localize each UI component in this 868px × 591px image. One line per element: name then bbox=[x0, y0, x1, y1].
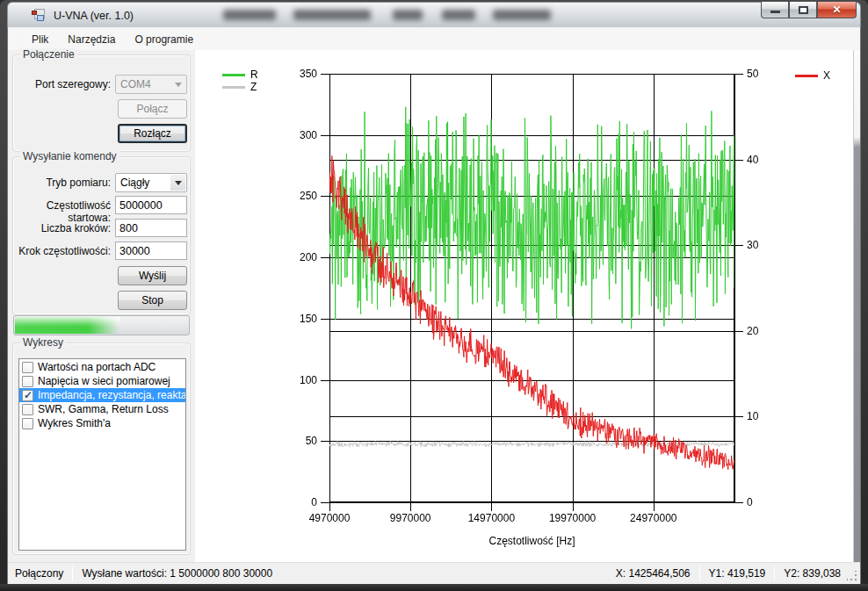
status-separator bbox=[774, 566, 775, 581]
menu-item-o-programie[interactable]: O programie bbox=[125, 30, 203, 49]
background-window-artifact bbox=[293, 10, 371, 20]
menu-item-narz-dzia[interactable]: Narzędzia bbox=[58, 30, 125, 49]
window-controls: ✕ bbox=[761, 2, 857, 18]
chart-area: RZ X Częstotliwość [Hz] 0501001502002503… bbox=[195, 50, 853, 562]
x-axis-title: Częstotliwość [Hz] bbox=[329, 535, 734, 547]
steps-count-input[interactable] bbox=[115, 219, 187, 237]
list-item[interactable]: ✓Impedancja, rezystancja, reaktancja bbox=[19, 388, 185, 402]
window-title: U-VNA (ver. 1.0) bbox=[54, 10, 134, 22]
close-button[interactable]: ✕ bbox=[817, 2, 857, 18]
status-bar: Połączony Wysłane wartości: 1 5000000 80… bbox=[8, 562, 860, 584]
background-window-artifact bbox=[493, 10, 551, 20]
legend-entry: X bbox=[795, 69, 830, 82]
background-window-artifact bbox=[442, 10, 475, 20]
connection-group-label: Połączenie bbox=[20, 48, 77, 61]
connection-group: Połączenie Port szeregowy: COM4 Połącz R… bbox=[12, 54, 191, 152]
tick-label: 250 bbox=[195, 190, 317, 202]
status-cursor-y1: Y1: 419,519 bbox=[705, 567, 770, 580]
list-item[interactable]: Napięcia w sieci pomiarowej bbox=[19, 374, 185, 388]
tick-label: 350 bbox=[195, 68, 317, 80]
chart-legend-right: X bbox=[795, 69, 830, 82]
tick-label: 30 bbox=[747, 239, 758, 251]
chevron-down-icon bbox=[170, 76, 185, 92]
menu-bar: PlikNarzędziaO programie bbox=[8, 28, 860, 50]
app-icon bbox=[32, 9, 46, 22]
measure-mode-label: Tryb pomiaru: bbox=[13, 177, 111, 190]
tick-label: 0 bbox=[195, 496, 317, 508]
app-window: U-VNA (ver. 1.0) ✕ PlikNarzędziaO progra… bbox=[0, 0, 868, 591]
tick-label: 9970000 bbox=[375, 512, 445, 524]
progress-fill bbox=[15, 317, 119, 334]
tick-label: 24970000 bbox=[618, 512, 689, 524]
chevron-down-icon bbox=[170, 175, 185, 191]
charts-group: Wykresy Wartości na portach ADCNapięcia … bbox=[12, 342, 191, 555]
status-cursor-x: X: 1425464,506 bbox=[612, 567, 694, 580]
window-frame-bottom bbox=[0, 584, 868, 591]
checkbox-icon[interactable] bbox=[22, 362, 33, 373]
list-item-label: Impedancja, rezystancja, reaktancja bbox=[38, 389, 186, 401]
tick-label: 20 bbox=[747, 325, 758, 337]
minimize-icon bbox=[770, 11, 780, 13]
chart-canvas[interactable] bbox=[195, 50, 853, 562]
tick-label: 10 bbox=[747, 410, 758, 422]
tick-label: 50 bbox=[195, 435, 317, 447]
charts-group-label: Wykresy bbox=[20, 336, 66, 349]
legend-swatch-icon bbox=[222, 86, 245, 89]
list-item-label: Napięcia w sieci pomiarowej bbox=[38, 375, 170, 387]
freq-step-label: Krok częstotliwości: bbox=[13, 245, 111, 258]
measure-mode-select[interactable]: Ciągły bbox=[115, 173, 187, 192]
tick-label: 0 bbox=[747, 496, 753, 508]
background-window-artifact bbox=[223, 10, 276, 20]
start-freq-input[interactable] bbox=[115, 196, 187, 214]
status-connection: Połączony bbox=[8, 567, 67, 580]
background-window-artifact bbox=[393, 10, 423, 20]
connect-button[interactable]: Połącz bbox=[118, 99, 187, 119]
legend-label: X bbox=[823, 69, 830, 82]
list-item[interactable]: Wartości na portach ADC bbox=[19, 360, 185, 374]
tick-label: 100 bbox=[195, 374, 317, 386]
title-bar[interactable]: U-VNA (ver. 1.0) bbox=[7, 2, 861, 27]
tick-label: 150 bbox=[195, 313, 317, 325]
serial-port-label: Port szeregowy: bbox=[13, 78, 111, 91]
tick-label: 14970000 bbox=[456, 512, 526, 524]
tick-label: 200 bbox=[195, 251, 317, 263]
serial-port-value: COM4 bbox=[120, 78, 151, 90]
legend-entry: Z bbox=[222, 81, 258, 93]
checkbox-icon[interactable] bbox=[22, 404, 33, 415]
checkbox-icon[interactable] bbox=[22, 376, 33, 387]
disconnect-button[interactable]: Rozłącz bbox=[118, 124, 187, 143]
tick-label: 19970000 bbox=[538, 512, 608, 524]
stop-button[interactable]: Stop bbox=[118, 291, 187, 310]
status-sent-values: Wysłane wartości: 1 5000000 800 30000 bbox=[78, 567, 276, 580]
send-button[interactable]: Wyślij bbox=[118, 266, 187, 285]
command-group: Wysyłanie komendy Tryb pomiaru: Ciągły C… bbox=[12, 156, 191, 315]
list-item-label: Wartości na portach ADC bbox=[38, 361, 156, 373]
tick-label: 50 bbox=[747, 68, 758, 80]
checkbox-icon[interactable] bbox=[22, 418, 33, 429]
tick-label: 40 bbox=[747, 154, 758, 166]
list-item[interactable]: Wykres Smith'a bbox=[19, 416, 185, 430]
progress-bar bbox=[13, 315, 190, 335]
status-separator bbox=[72, 566, 73, 581]
resize-grip-icon[interactable] bbox=[847, 571, 857, 581]
maximize-icon bbox=[799, 6, 808, 14]
status-cursor-y2: Y2: 839,038 bbox=[780, 567, 844, 580]
tick-label: 300 bbox=[195, 129, 317, 141]
steps-count-label: Liczba kroków: bbox=[13, 222, 111, 235]
freq-step-input[interactable] bbox=[115, 241, 187, 260]
list-item-label: SWR, Gamma, Return Loss bbox=[38, 403, 169, 415]
checkbox-checked-icon[interactable]: ✓ bbox=[22, 390, 33, 401]
minimize-button[interactable] bbox=[761, 2, 789, 18]
command-group-label: Wysyłanie komendy bbox=[20, 150, 119, 162]
serial-port-select[interactable]: COM4 bbox=[115, 75, 187, 94]
legend-label: Z bbox=[250, 81, 257, 93]
menu-item-plik[interactable]: Plik bbox=[22, 30, 58, 49]
close-icon: ✕ bbox=[818, 4, 856, 16]
right-edge-strip bbox=[853, 50, 860, 562]
charts-listbox[interactable]: Wartości na portach ADCNapięcia w sieci … bbox=[18, 358, 186, 551]
status-separator bbox=[699, 566, 700, 581]
measure-mode-value: Ciągły bbox=[120, 177, 149, 189]
legend-swatch-icon bbox=[795, 75, 818, 77]
list-item[interactable]: SWR, Gamma, Return Loss bbox=[19, 402, 185, 416]
maximize-button[interactable] bbox=[789, 2, 817, 18]
